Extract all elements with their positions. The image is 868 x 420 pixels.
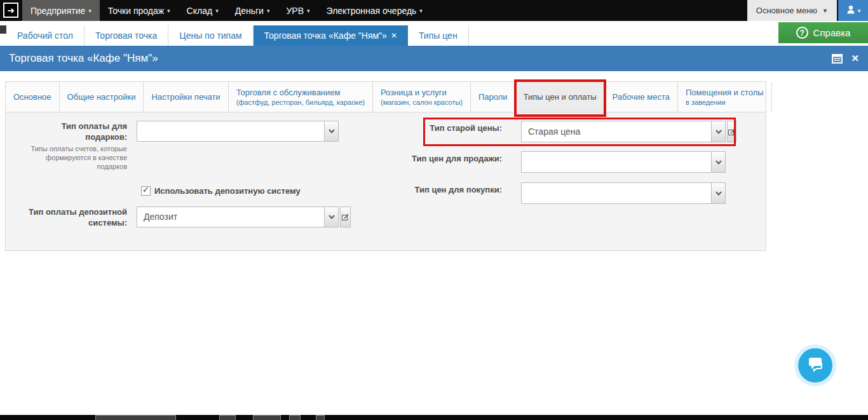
old-price-label: Тип старой цены: bbox=[381, 123, 502, 133]
purchase-price-value[interactable] bbox=[522, 183, 711, 203]
menu-item-money[interactable]: Деньги ▾ bbox=[227, 0, 278, 21]
taskbar-strip bbox=[0, 415, 868, 420]
tab-price-payment-types[interactable]: Типы цен и оплаты bbox=[516, 82, 605, 112]
main-menu-label: Основное меню bbox=[756, 6, 817, 15]
menu-item-label: Предприятие bbox=[31, 6, 85, 16]
sale-price-value[interactable] bbox=[522, 152, 711, 172]
edit-icon[interactable] bbox=[340, 207, 351, 227]
close-icon[interactable]: ✕ bbox=[851, 46, 859, 71]
caret-down-icon: ▾ bbox=[858, 8, 861, 14]
app-window: ➜ Предприятие ▾ Точки продаж ▾ Склад ▾ Д… bbox=[0, 0, 868, 420]
main-menu-button[interactable]: Основное меню ▼ bbox=[747, 0, 837, 21]
tab-main[interactable]: Основное bbox=[6, 82, 60, 112]
tab-workplaces[interactable]: Рабочие места bbox=[605, 82, 678, 112]
menu-item-label: Склад bbox=[187, 6, 213, 16]
taskbar-button-fragment bbox=[316, 415, 325, 420]
caret-down-icon: ▾ bbox=[267, 8, 270, 14]
window-tab-label: Рабочий стол bbox=[17, 30, 73, 41]
tab-label: Настройки печати bbox=[151, 92, 220, 102]
chevron-down-icon[interactable] bbox=[324, 121, 338, 141]
purchase-price-combobox[interactable] bbox=[521, 182, 726, 204]
window-tab-desktop[interactable]: Рабочий стол bbox=[6, 25, 85, 46]
checkmark-icon: ✓ bbox=[142, 185, 149, 194]
sale-price-combobox[interactable] bbox=[521, 151, 726, 173]
window-tab-label: Торговая точка «Кафе "Ням"» bbox=[264, 30, 387, 41]
chat-widget bbox=[794, 344, 836, 386]
expand-arrow-icon[interactable]: ➜ bbox=[3, 3, 18, 18]
menu-item-warehouse[interactable]: Склад ▾ bbox=[179, 0, 227, 21]
purchase-price-label: Тип цен для покупки: bbox=[381, 184, 502, 195]
caret-down-icon: ▼ bbox=[822, 8, 828, 14]
question-icon: ? bbox=[796, 27, 808, 39]
window-tab-bar: Рабочий стол Торговая точка Цены по типа… bbox=[0, 21, 868, 46]
deposit-payment-combobox[interactable]: Депозит bbox=[137, 207, 339, 227]
window-tab-cafe-nyam[interactable]: Торговая точка «Кафе "Ням"» ✕ bbox=[254, 25, 408, 46]
tab-retail-services[interactable]: Розница и услуги (магазин, салон красоты… bbox=[373, 82, 471, 112]
tab-table-service[interactable]: Торговля с обслуживанием (фастфуд, ресто… bbox=[229, 82, 373, 112]
gift-payment-help: Типы оплаты счетов, которые формируются … bbox=[25, 144, 127, 171]
edit-icon[interactable] bbox=[727, 121, 736, 142]
chevron-down-icon[interactable] bbox=[711, 152, 725, 172]
old-price-value[interactable]: Старая цена bbox=[522, 121, 711, 142]
caret-down-icon: ▾ bbox=[307, 8, 310, 14]
tab-label: Типы цен и оплаты bbox=[524, 92, 597, 102]
taskbar-button-fragment bbox=[289, 415, 301, 420]
gift-payment-label: Тип оплаты для подарков: bbox=[32, 121, 127, 142]
chevron-down-icon[interactable] bbox=[711, 183, 725, 203]
menu-item-sales-points[interactable]: Точки продаж ▾ bbox=[100, 0, 179, 21]
tab-sublabel: (фастфуд, ресторан, бильярд, караоке) bbox=[236, 98, 365, 106]
menu-item-label: УРВ bbox=[286, 6, 304, 16]
help-button-label: Справка bbox=[813, 27, 851, 38]
tab-label: Помещения и столы bbox=[686, 88, 764, 97]
window-tab-sales-point[interactable]: Торговая точка bbox=[85, 25, 168, 46]
tab-label: Пароли bbox=[478, 92, 508, 102]
caret-down-icon: ▾ bbox=[167, 8, 170, 14]
tab-general-settings[interactable]: Общие настройки bbox=[60, 82, 144, 112]
window-tab-price-types[interactable]: Типы цен bbox=[408, 25, 469, 46]
menu-item-label: Деньги bbox=[235, 6, 264, 16]
top-menu-bar: ➜ Предприятие ▾ Точки продаж ▾ Склад ▾ Д… bbox=[0, 0, 868, 21]
tab-passwords[interactable]: Пароли bbox=[471, 82, 516, 112]
tab-print-settings[interactable]: Настройки печати bbox=[144, 82, 228, 112]
tab-close-icon[interactable]: ✕ bbox=[391, 31, 397, 40]
window-tab-label: Торговая точка bbox=[95, 30, 157, 41]
tab-label: Общие настройки bbox=[67, 92, 136, 102]
caret-down-icon: ▾ bbox=[419, 8, 423, 14]
deposit-checkbox-label[interactable]: Использовать депозитную систему bbox=[154, 186, 301, 196]
page-title: Торговая точка «Кафе "Ням"» bbox=[9, 46, 158, 71]
chat-icon bbox=[806, 356, 824, 374]
gift-payment-combobox[interactable] bbox=[137, 121, 339, 142]
taskbar-button-fragment bbox=[219, 415, 236, 420]
deposit-checkbox[interactable]: ✓ bbox=[141, 186, 151, 196]
chat-button[interactable] bbox=[798, 348, 832, 383]
menu-item-electronic-queue[interactable]: Электронная очередь ▾ bbox=[318, 0, 431, 21]
sale-price-label: Тип цен для продажи: bbox=[381, 153, 502, 164]
tab-label: Торговля с обслуживанием bbox=[236, 88, 365, 97]
deposit-payment-label: Тип оплаты депозитной системы: bbox=[22, 207, 127, 228]
old-price-combobox[interactable]: Старая цена bbox=[521, 121, 726, 142]
window-tab-prices-by-type[interactable]: Цены по типам bbox=[168, 25, 253, 46]
calendar-icon[interactable] bbox=[832, 53, 843, 66]
window-tab-label: Типы цен bbox=[419, 30, 458, 41]
menu-item-label: Электронная очередь bbox=[327, 6, 417, 16]
taskbar-button-fragment bbox=[253, 415, 281, 420]
caret-down-icon: ▾ bbox=[215, 8, 219, 14]
tab-sublabel: (магазин, салон красоты) bbox=[381, 98, 463, 106]
chevron-down-icon[interactable] bbox=[324, 207, 338, 227]
menu-item-enterprise[interactable]: Предприятие ▾ bbox=[22, 0, 100, 21]
deposit-payment-value[interactable]: Депозит bbox=[137, 207, 324, 227]
page-header: Торговая точка «Кафе "Ням"» ✕ bbox=[0, 46, 868, 71]
window-tab-label: Цены по типам bbox=[179, 30, 241, 41]
user-menu-button[interactable]: ▾ bbox=[838, 0, 868, 21]
tab-label: Рабочие места bbox=[613, 92, 670, 102]
menu-item-label: Точки продаж bbox=[108, 6, 164, 16]
menu-item-urv[interactable]: УРВ ▾ bbox=[278, 0, 318, 21]
gift-payment-value[interactable] bbox=[137, 121, 324, 141]
caret-down-icon: ▾ bbox=[88, 8, 92, 14]
chevron-down-icon[interactable] bbox=[711, 121, 725, 142]
user-icon bbox=[846, 4, 856, 17]
tab-sublabel: в заведении bbox=[686, 98, 764, 106]
tab-label: Основное bbox=[13, 92, 51, 102]
help-button[interactable]: ? Справка bbox=[778, 22, 868, 43]
tab-rooms-tables[interactable]: Помещения и столы в заведении bbox=[678, 82, 772, 112]
